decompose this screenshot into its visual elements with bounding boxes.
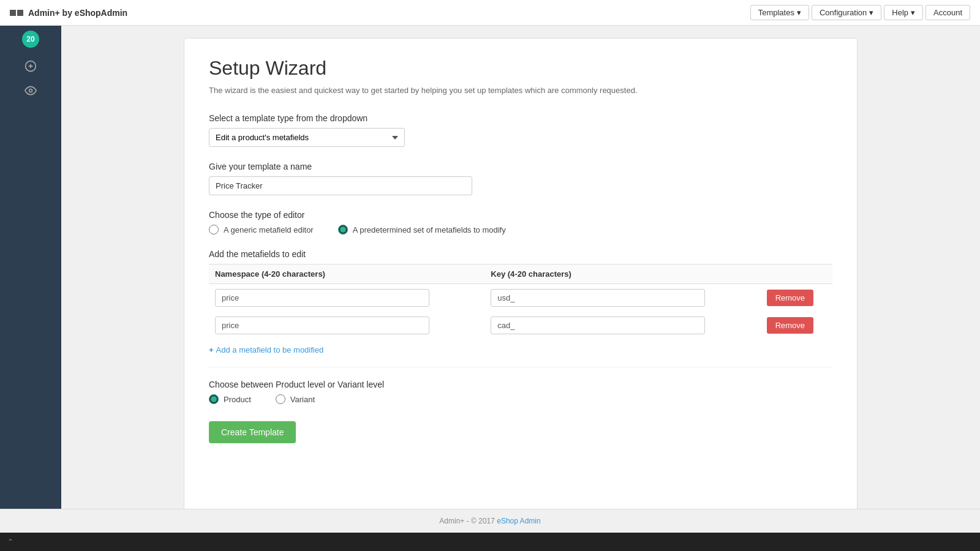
generic-editor-label: A generic metafield editor (224, 225, 314, 234)
add-metafield-link[interactable]: + Add a metafield to be modified (209, 345, 832, 354)
footer-text: Admin+ - © 2017 (439, 517, 495, 525)
logo: Admin+ by eShopAdmin (10, 8, 127, 18)
svg-point-3 (29, 89, 32, 92)
metafield-row: Remove (209, 284, 832, 312)
template-name-section: Give your template a name (209, 162, 832, 195)
product-level-radio[interactable] (209, 394, 219, 404)
card: Setup Wizard The wizard is the easiest a… (184, 38, 858, 509)
section-divider (209, 367, 832, 367)
template-type-select[interactable]: Edit a product's metafieldsView a produc… (209, 128, 405, 147)
namespace-cell-2 (209, 312, 484, 339)
key-header: Key (4-20 characters) (484, 264, 760, 284)
sidebar-badge: 20 (22, 31, 39, 48)
variant-level-label: Variant (290, 395, 315, 404)
bottom-bar: ⌃ (0, 533, 980, 551)
variant-level-option[interactable]: Variant (276, 394, 315, 404)
remove-button-2[interactable]: Remove (767, 317, 813, 334)
footer-link[interactable]: eShop Admin (497, 517, 540, 525)
template-name-input[interactable] (209, 176, 472, 195)
predetermined-editor-radio[interactable] (338, 225, 348, 234)
generic-editor-option[interactable]: A generic metafield editor (209, 225, 314, 234)
chevron-up-icon[interactable]: ⌃ (7, 538, 13, 546)
action-header (761, 264, 832, 284)
key-input-2[interactable] (491, 317, 705, 334)
editor-type-label: Choose the type of editor (209, 210, 832, 220)
configuration-button[interactable]: Configuration ▾ (812, 5, 881, 20)
template-name-label: Give your template a name (209, 162, 832, 171)
plus-circle-icon[interactable] (20, 55, 42, 77)
namespace-input-2[interactable] (215, 317, 429, 334)
editor-type-section: Choose the type of editor A generic meta… (209, 210, 832, 234)
help-button[interactable]: Help ▾ (884, 5, 923, 20)
chevron-down-icon: ▾ (911, 8, 915, 17)
generic-editor-radio[interactable] (209, 225, 219, 234)
product-level-label: Product (224, 395, 251, 404)
main-layout: 20 Setup Wizard The wizard is the easies… (0, 26, 980, 509)
editor-type-radio-group: A generic metafield editor A predetermin… (209, 225, 832, 234)
template-type-section: Select a template type from the dropdown… (209, 113, 832, 147)
key-cell-2 (484, 312, 760, 339)
page-subtitle: The wizard is the easiest and quickest w… (209, 86, 832, 95)
level-label: Choose between Product level or Variant … (209, 380, 832, 389)
chevron-down-icon: ▾ (797, 8, 801, 17)
metafields-section: Add the metafields to edit Namespace (4-… (209, 249, 832, 354)
sidebar: 20 (0, 26, 61, 509)
key-input-1[interactable] (491, 289, 705, 307)
namespace-input-1[interactable] (215, 289, 429, 307)
namespace-header: Namespace (4-20 characters) (209, 264, 484, 284)
remove-button-1[interactable]: Remove (767, 290, 813, 306)
footer: Admin+ - © 2017 eShop Admin (0, 509, 980, 533)
account-button[interactable]: Account (925, 5, 970, 20)
dropdown-label: Select a template type from the dropdown (209, 113, 832, 123)
level-section: Choose between Product level or Variant … (209, 380, 832, 404)
variant-level-radio[interactable] (276, 394, 285, 404)
predetermined-editor-label: A predetermined set of metafields to mod… (353, 225, 506, 234)
logo-text: Admin+ by eShopAdmin (28, 8, 127, 18)
logo-icon (10, 10, 23, 16)
eye-icon[interactable] (20, 80, 42, 102)
metafields-label: Add the metafields to edit (209, 249, 832, 259)
namespace-cell-1 (209, 284, 484, 312)
content-area: Setup Wizard The wizard is the easiest a… (61, 26, 980, 509)
predetermined-editor-option[interactable]: A predetermined set of metafields to mod… (338, 225, 506, 234)
top-nav: Admin+ by eShopAdmin Templates ▾ Configu… (0, 0, 980, 26)
templates-button[interactable]: Templates ▾ (750, 5, 809, 20)
metafields-table: Namespace (4-20 characters) Key (4-20 ch… (209, 264, 832, 339)
product-level-option[interactable]: Product (209, 394, 251, 404)
create-template-button[interactable]: Create Template (209, 421, 296, 443)
chevron-down-icon: ▾ (869, 8, 873, 17)
remove-cell-2: Remove (761, 312, 832, 339)
key-cell-1 (484, 284, 760, 312)
remove-cell-1: Remove (761, 284, 832, 312)
nav-buttons: Templates ▾ Configuration ▾ Help ▾ Accou… (750, 5, 970, 20)
plus-icon: + (209, 345, 214, 354)
metafield-row: Remove (209, 312, 832, 339)
level-radio-group: Product Variant (209, 394, 832, 404)
page-title: Setup Wizard (209, 57, 832, 80)
